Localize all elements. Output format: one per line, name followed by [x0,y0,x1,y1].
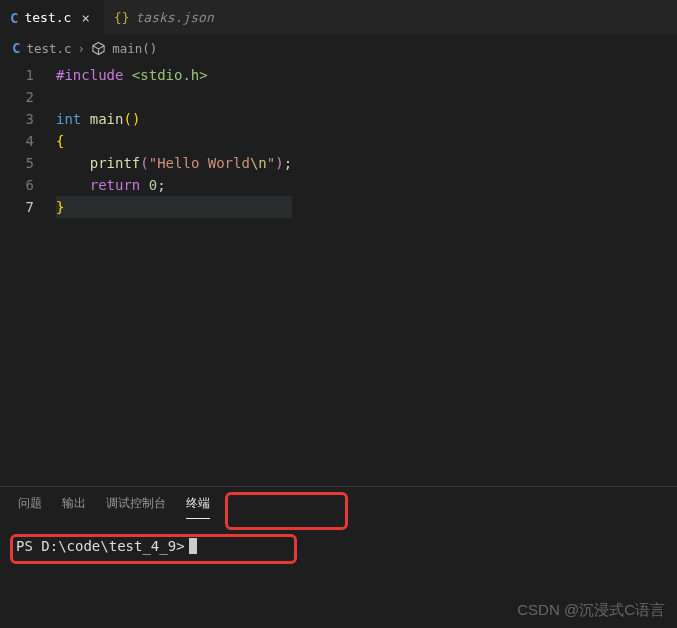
code-line: int main() [56,108,292,130]
code-editor[interactable]: 123 456 7 #include <stdio.h> int main() … [0,61,677,218]
chevron-right-icon: › [78,41,86,56]
tab-label: test.c [24,10,71,25]
tab-debug-console[interactable]: 调试控制台 [106,495,166,519]
breadcrumb[interactable]: C test.c › main() [0,35,677,61]
watermark: CSDN @沉浸式C语言 [517,601,665,620]
code-line: } [56,196,292,218]
panel-tab-bar: 问题 输出 调试控制台 终端 [0,487,677,519]
line-number-gutter: 123 456 7 [0,64,56,218]
terminal-prompt: PS D:\code\test_4_9> [16,538,185,554]
code-line [56,86,292,108]
code-line: printf("Hello World\n"); [56,152,292,174]
tab-test-c[interactable]: C test.c × [0,0,104,35]
tab-terminal[interactable]: 终端 [186,495,210,519]
terminal[interactable]: PS D:\code\test_4_9> [0,535,677,557]
terminal-cursor [189,538,197,554]
tab-output[interactable]: 输出 [62,495,86,519]
c-file-icon: C [10,10,18,26]
json-file-icon: {} [114,10,130,25]
bottom-panel: 问题 输出 调试控制台 终端 PS D:\code\test_4_9> [0,486,677,590]
breadcrumb-symbol: main() [112,41,157,56]
c-file-icon: C [12,40,20,56]
close-icon[interactable]: × [77,10,93,26]
code-line: #include <stdio.h> [56,64,292,86]
tab-problems[interactable]: 问题 [18,495,42,519]
code-line: { [56,130,292,152]
tab-bar: C test.c × {} tasks.json [0,0,677,35]
tab-tasks-json[interactable]: {} tasks.json [104,0,224,35]
breadcrumb-file: test.c [26,41,71,56]
tab-label: tasks.json [136,10,214,25]
symbol-icon [91,41,106,56]
code-line: return 0; [56,174,292,196]
code-content[interactable]: #include <stdio.h> int main() { printf("… [56,64,292,218]
